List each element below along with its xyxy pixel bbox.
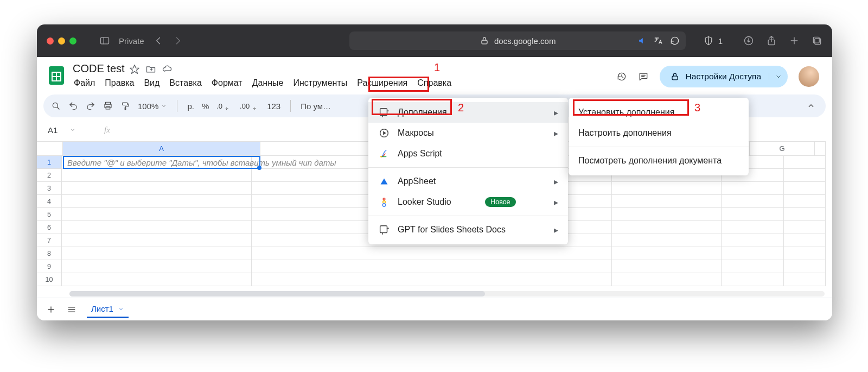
row-header[interactable]: 5 (37, 208, 62, 221)
sheets-logo[interactable] (46, 65, 67, 86)
redo-icon[interactable] (86, 101, 95, 111)
select-all-corner[interactable] (37, 142, 63, 156)
cell[interactable] (612, 221, 722, 234)
menu-item-addons[interactable]: Дополнения ▸ (368, 102, 568, 123)
print-icon[interactable] (103, 101, 113, 111)
row-header[interactable]: 6 (37, 221, 62, 234)
star-icon[interactable] (129, 64, 140, 74)
menu-file[interactable]: Файл (73, 77, 96, 89)
cell[interactable] (62, 234, 252, 247)
cell[interactable] (784, 169, 826, 182)
add-sheet-icon[interactable] (46, 304, 56, 315)
cell[interactable] (612, 182, 722, 195)
cell[interactable] (62, 156, 252, 169)
number-format-button[interactable]: 123 (267, 102, 280, 111)
menu-tools[interactable]: Инструменты (292, 77, 348, 89)
cell[interactable] (612, 260, 722, 273)
menu-insert[interactable]: Вставка (168, 77, 202, 89)
cell[interactable] (784, 208, 826, 221)
cell[interactable] (722, 234, 784, 247)
cell[interactable] (252, 273, 612, 286)
comments-icon[interactable] (638, 71, 649, 82)
cell[interactable] (252, 247, 612, 260)
cell[interactable] (62, 195, 252, 208)
cell[interactable] (62, 182, 252, 195)
cell[interactable] (252, 260, 612, 273)
cell[interactable] (612, 234, 722, 247)
cell[interactable] (612, 273, 722, 286)
row-header[interactable]: 10 (37, 273, 62, 286)
max-dot[interactable] (69, 37, 76, 45)
row-header[interactable]: 8 (37, 247, 62, 260)
cell[interactable] (722, 195, 784, 208)
cell[interactable] (62, 169, 252, 182)
cell[interactable] (62, 208, 252, 221)
tabs-overview-icon[interactable] (812, 35, 822, 46)
menu-item-appsheet[interactable]: AppSheet ▸ (368, 171, 568, 192)
inc-decimal-button[interactable]: .00 (240, 102, 259, 110)
shield-indicator[interactable]: 1 (703, 35, 723, 46)
currency-button[interactable]: р. (187, 102, 194, 111)
col-tail[interactable] (815, 142, 826, 156)
cell[interactable] (784, 234, 826, 247)
paint-format-icon[interactable] (120, 101, 130, 111)
font-select[interactable]: По ум… (301, 102, 331, 111)
menu-item-looker[interactable]: Looker Studio Новое ▸ (368, 192, 568, 212)
cell[interactable] (722, 273, 784, 286)
cell[interactable] (784, 260, 826, 273)
zoom-select[interactable]: 100% (138, 102, 167, 111)
translate-icon[interactable] (653, 35, 664, 46)
cell[interactable] (722, 208, 784, 221)
menu-item-gpt[interactable]: GPT for Slides Sheets Docs ▸ (368, 219, 568, 240)
percent-button[interactable]: % (202, 102, 209, 111)
cell[interactable] (612, 247, 722, 260)
downloads-icon[interactable] (743, 35, 754, 46)
reload-icon[interactable] (669, 35, 680, 46)
cell[interactable] (784, 182, 826, 195)
share-icon[interactable] (766, 35, 777, 46)
sheet-tab-active[interactable]: Лист1 (87, 300, 129, 318)
cloud-status-icon[interactable] (162, 64, 173, 74)
row-header[interactable]: 4 (37, 195, 62, 208)
doc-title[interactable]: CODE test (73, 62, 125, 75)
name-box[interactable]: A1 (43, 125, 98, 135)
new-tab-icon[interactable] (789, 35, 800, 46)
submenu-install-addons[interactable]: Установить дополнения (569, 102, 749, 123)
cell[interactable] (62, 260, 252, 273)
menu-item-macros[interactable]: Макросы ▸ (368, 123, 568, 143)
submenu-view-doc-addons[interactable]: Посмотреть дополнения документа (569, 150, 749, 171)
cell[interactable] (722, 260, 784, 273)
move-folder-icon[interactable] (145, 64, 156, 74)
row-header[interactable]: 3 (37, 182, 62, 195)
col-G-header[interactable]: G (750, 142, 815, 156)
cell[interactable] (784, 195, 826, 208)
cell[interactable] (722, 182, 784, 195)
menu-edit[interactable]: Правка (104, 77, 135, 89)
cell[interactable] (62, 273, 252, 286)
cell[interactable] (62, 221, 252, 234)
cell[interactable] (784, 156, 826, 169)
row-header[interactable]: 7 (37, 234, 62, 247)
row-header[interactable]: 9 (37, 260, 62, 273)
address-bar[interactable]: docs.google.com (349, 31, 686, 50)
cell[interactable] (722, 221, 784, 234)
undo-icon[interactable] (68, 101, 78, 111)
min-dot[interactable] (58, 37, 65, 45)
submenu-configure-addons[interactable]: Настроить дополнения (569, 123, 749, 143)
window-controls[interactable] (47, 37, 76, 45)
menu-help[interactable]: Справка (416, 77, 452, 89)
cell[interactable] (784, 247, 826, 260)
cell[interactable] (612, 208, 722, 221)
collapse-toolbar-icon[interactable] (804, 99, 818, 113)
col-A-header[interactable]: A (63, 142, 260, 156)
nav-forward-icon[interactable] (173, 35, 183, 46)
menu-format[interactable]: Формат (210, 77, 244, 89)
dec-decimal-button[interactable]: .0 (216, 102, 232, 110)
close-dot[interactable] (47, 37, 54, 45)
menu-data[interactable]: Данные (251, 77, 285, 89)
history-icon[interactable] (616, 71, 627, 82)
menu-item-apps-script[interactable]: Apps Script (368, 143, 568, 164)
horizontal-scrollbar[interactable] (69, 291, 825, 297)
row-header[interactable]: 1 (37, 156, 62, 169)
row-header[interactable]: 2 (37, 169, 62, 182)
